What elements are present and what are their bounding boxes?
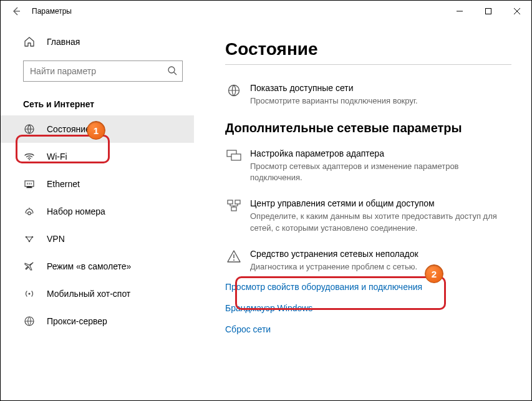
svg-point-4 [168, 67, 175, 73]
home-icon [23, 36, 36, 47]
nav-status[interactable]: Состояние [1, 115, 194, 143]
nav-label: Прокси-сервер [47, 316, 107, 326]
row-title: Средство устранения сетевых неполадок [250, 248, 499, 260]
svg-rect-18 [228, 200, 233, 204]
search-input[interactable] [30, 66, 167, 76]
page-title: Состояние [225, 39, 511, 59]
row-title: Настройка параметров адаптера [250, 148, 499, 160]
svg-line-5 [174, 72, 177, 75]
nav-wifi[interactable]: Wi-Fi [1, 143, 194, 170]
row-subtitle: Определите, к каким данным вы хотите пре… [250, 211, 499, 234]
divider [225, 64, 511, 65]
app-title: Параметры [32, 7, 72, 16]
home-link[interactable]: Главная [1, 29, 194, 54]
nav-label: Состояние [47, 124, 90, 134]
back-button[interactable] [7, 2, 26, 21]
svg-point-7 [29, 159, 30, 160]
link-network-reset[interactable]: Сброс сети [225, 324, 511, 334]
row-subtitle: Просмотр сетевых адаптеров и изменение п… [250, 161, 499, 185]
svg-point-22 [233, 259, 235, 261]
sidebar: Главная Сеть и Интернет Состояние Wi-Fi [1, 22, 194, 399]
row-subtitle: Просмотрите варианты подключения вокруг. [250, 95, 499, 107]
globe-icon [225, 82, 243, 107]
link-firewall[interactable]: Брандмауэр Windows [225, 303, 511, 313]
row-subtitle: Диагностика и устранение проблем с сетью… [250, 261, 499, 273]
warning-icon [225, 248, 243, 273]
svg-rect-20 [231, 207, 236, 211]
row-adapter-settings[interactable]: Настройка параметров адаптера Просмотр с… [225, 148, 511, 185]
svg-point-13 [29, 293, 31, 295]
nav-label: Набор номера [47, 206, 105, 216]
dialup-icon [23, 206, 36, 217]
nav-label: Ethernet [47, 179, 80, 189]
maximize-button[interactable] [474, 1, 503, 21]
row-available-networks[interactable]: Показать доступные сети Просмотрите вари… [225, 82, 511, 107]
svg-rect-17 [231, 154, 241, 160]
row-title: Центр управления сетями и общим доступом [250, 198, 499, 210]
nav-hotspot[interactable]: Мобильный хот-спот [1, 280, 194, 307]
proxy-icon [23, 316, 36, 327]
nav-label: Wi-Fi [47, 152, 67, 162]
ethernet-icon [23, 178, 36, 190]
row-network-troubleshooter[interactable]: Средство устранения сетевых неполадок Ди… [225, 248, 511, 273]
nav-proxy[interactable]: Прокси-сервер [1, 307, 194, 335]
nav-label: VPN [47, 234, 65, 244]
svg-rect-19 [235, 200, 240, 204]
main-panel: Состояние Показать доступные сети Просмо… [194, 22, 531, 399]
minimize-button[interactable] [445, 1, 474, 21]
row-title: Показать доступные сети [250, 82, 499, 94]
nav-dialup[interactable]: Набор номера [1, 198, 194, 225]
wifi-icon [23, 151, 36, 162]
vpn-icon [23, 233, 36, 244]
adapter-icon [225, 148, 243, 185]
row-sharing-center[interactable]: Центр управления сетями и общим доступом… [225, 198, 511, 234]
globe-icon [23, 123, 36, 135]
sharing-icon [225, 198, 243, 234]
airplane-icon [23, 261, 36, 272]
home-label: Главная [47, 37, 80, 47]
close-button[interactable] [503, 1, 531, 21]
nav-vpn[interactable]: VPN [1, 225, 194, 253]
nav-label: Режим «в самолете» [47, 261, 131, 271]
search-box[interactable] [23, 60, 183, 82]
additional-params-heading: Дополнительные сетевые параметры [225, 121, 511, 135]
nav-airplane[interactable]: Режим «в самолете» [1, 253, 194, 280]
svg-point-9 [28, 212, 31, 215]
svg-rect-1 [486, 9, 491, 14]
hotspot-icon [23, 288, 36, 299]
link-hardware-props[interactable]: Просмотр свойств оборудования и подключе… [225, 282, 511, 292]
nav-ethernet[interactable]: Ethernet [1, 170, 194, 198]
titlebar: Параметры [1, 1, 531, 22]
search-icon [167, 65, 177, 77]
sidebar-group-title: Сеть и Интернет [23, 99, 183, 109]
nav-label: Мобильный хот-спот [47, 289, 130, 299]
